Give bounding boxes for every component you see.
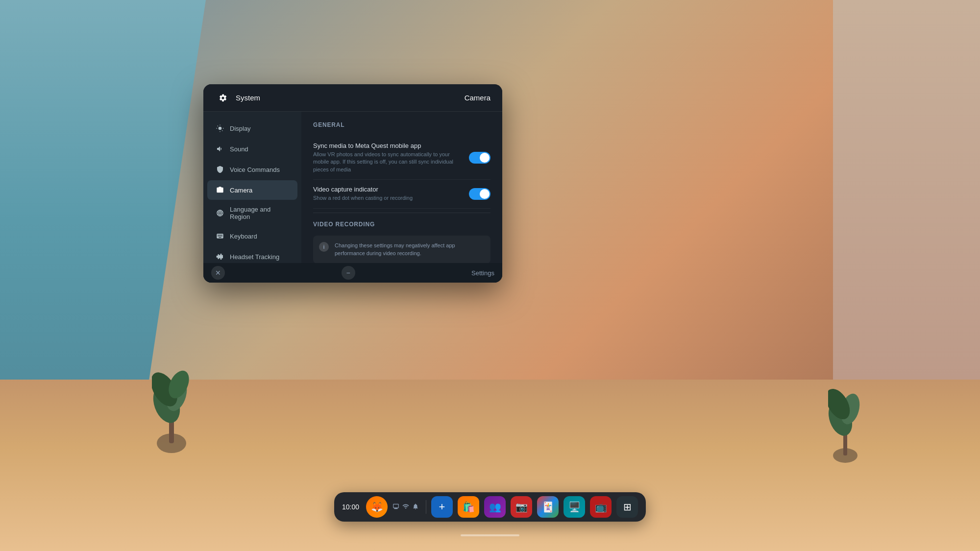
settings-icon <box>215 90 231 106</box>
taskbar-app-camera[interactable]: 📷 <box>511 496 532 518</box>
minimize-icon: − <box>346 269 350 277</box>
setting-info-sync: Sync media to Meta Quest mobile app Allo… <box>313 142 461 173</box>
home-indicator[interactable] <box>461 534 519 536</box>
taskbar-time: 10:00 <box>342 503 359 511</box>
display-icon <box>215 123 225 133</box>
sidebar-label-headset: Headset Tracking <box>230 253 279 261</box>
taskbar: 10:00 🦊 + 🛍️ 👥 📷 <box>334 492 646 522</box>
store-icon: 🛍️ <box>463 501 475 513</box>
sidebar-label-voice: Voice Commands <box>230 166 280 173</box>
sync-media-desc: Allow VR photos and videos to sync autom… <box>313 151 461 173</box>
taskbar-app-people[interactable]: 👥 <box>484 496 506 518</box>
voice-commands-icon <box>215 165 225 174</box>
notification-icon <box>412 503 419 511</box>
taskbar-status-icons <box>392 503 419 511</box>
taskbar-app-plus[interactable]: + <box>431 496 453 518</box>
plant-right <box>828 375 862 463</box>
sidebar-label-display: Display <box>230 125 251 132</box>
settings-header: System Camera <box>203 84 502 112</box>
window-controls: ✕ − Settings <box>203 263 502 283</box>
settings-window: System Camera Display <box>203 84 502 283</box>
language-icon <box>215 208 225 218</box>
taskbar-app-grid[interactable]: ⊞ <box>616 496 638 518</box>
grid-icon: ⊞ <box>623 501 632 513</box>
setting-row-video-capture: Video capture indicator Show a red dot w… <box>313 180 490 208</box>
sidebar-item-language[interactable]: Language and Region <box>207 201 297 225</box>
screen-icon <box>392 503 399 511</box>
setting-info-video-capture: Video capture indicator Show a red dot w… <box>313 186 461 202</box>
plus-icon: + <box>439 501 445 513</box>
window-title: Settings <box>471 269 494 277</box>
sound-icon <box>215 144 225 154</box>
video-toggle-check: ✓ <box>484 191 488 196</box>
svg-point-11 <box>219 127 222 130</box>
avatar-icon: 🦊 <box>371 501 383 513</box>
header-camera-tab[interactable]: Camera <box>465 94 490 102</box>
game-icon: 🃏 <box>542 501 554 513</box>
headset-tracking-icon <box>215 252 225 262</box>
plant-left <box>152 355 191 453</box>
taskbar-app-media[interactable]: 📺 <box>590 496 612 518</box>
setting-row-sync-media: Sync media to Meta Quest mobile app Allo… <box>313 136 490 180</box>
info-box: i Changing these settings may negatively… <box>313 236 490 264</box>
sidebar-item-display[interactable]: Display <box>207 119 297 138</box>
section-general-title: General <box>313 121 490 128</box>
settings-body: Display Sound Voice Commands <box>203 112 502 283</box>
sidebar: Display Sound Voice Commands <box>203 112 301 283</box>
taskbar-app-game[interactable]: 🃏 <box>537 496 559 518</box>
sidebar-label-keyboard: Keyboard <box>230 233 257 240</box>
sync-toggle-check: ✓ <box>484 155 488 161</box>
sync-media-toggle[interactable]: ✓ <box>469 152 490 164</box>
main-content: General Sync media to Meta Quest mobile … <box>301 112 502 283</box>
sync-media-name: Sync media to Meta Quest mobile app <box>313 142 461 149</box>
people-icon: 👥 <box>489 501 501 513</box>
taskbar-app-avatar[interactable]: 🦊 <box>366 496 388 518</box>
video-capture-desc: Show a red dot when casting or recording <box>313 194 461 202</box>
close-button[interactable]: ✕ <box>211 266 225 280</box>
media-icon: 📺 <box>595 501 607 513</box>
info-icon: i <box>319 242 329 252</box>
section-divider <box>313 213 490 213</box>
svg-line-14 <box>218 126 218 126</box>
sidebar-item-keyboard[interactable]: Keyboard <box>207 226 297 246</box>
keyboard-icon <box>215 231 225 241</box>
taskbar-app-tv[interactable]: 🖥️ <box>564 496 585 518</box>
close-icon: ✕ <box>215 269 221 277</box>
section-video-title: Video Recording <box>313 221 490 228</box>
sidebar-label-sound: Sound <box>230 145 248 153</box>
sidebar-item-voice-commands[interactable]: Voice Commands <box>207 160 297 179</box>
camera-icon <box>215 185 225 195</box>
video-capture-name: Video capture indicator <box>313 186 461 193</box>
minimize-button[interactable]: − <box>342 266 355 280</box>
tv-icon: 🖥️ <box>568 501 581 513</box>
camera-app-icon: 📷 <box>515 501 528 513</box>
sidebar-item-camera[interactable]: Camera <box>207 180 297 200</box>
sidebar-item-sound[interactable]: Sound <box>207 139 297 159</box>
video-capture-toggle[interactable]: ✓ <box>469 188 490 200</box>
wifi-icon <box>402 503 409 511</box>
svg-line-15 <box>222 130 222 131</box>
sidebar-label-camera: Camera <box>230 187 252 194</box>
taskbar-app-store[interactable]: 🛍️ <box>458 496 479 518</box>
header-title: System <box>236 94 465 102</box>
sidebar-label-language: Language and Region <box>230 206 290 220</box>
info-text: Changing these settings may negatively a… <box>335 241 485 258</box>
taskbar-divider <box>426 500 426 514</box>
